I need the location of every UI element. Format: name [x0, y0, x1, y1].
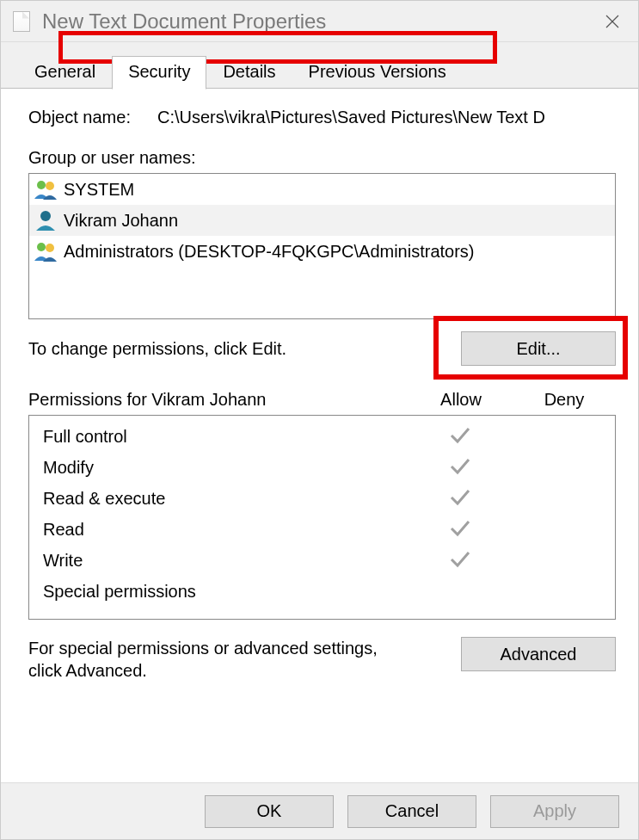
document-icon	[13, 11, 30, 32]
apply-button[interactable]: Apply	[490, 795, 619, 828]
dialog-footer: OK Cancel Apply	[1, 782, 638, 839]
svg-point-2	[37, 181, 46, 189]
user-icon	[33, 209, 58, 232]
window-title: New Text Document Properties	[42, 9, 593, 34]
svg-point-3	[46, 182, 54, 190]
tab-previous-versions[interactable]: Previous Versions	[292, 56, 463, 89]
allow-check	[409, 548, 512, 573]
permission-row: Read	[29, 514, 615, 545]
svg-point-5	[37, 243, 46, 251]
tab-details[interactable]: Details	[206, 56, 292, 89]
user-list[interactable]: SYSTEM Vikram Johann Administrators (DES…	[28, 173, 616, 319]
allow-check	[409, 455, 512, 480]
check-icon	[449, 486, 471, 507]
permissions-header: Permissions for Vikram Johann Allow Deny	[28, 390, 616, 410]
allow-column-header: Allow	[409, 390, 513, 410]
permission-name: Full control	[29, 427, 409, 447]
advanced-hint-text: For special permissions or advanced sett…	[28, 637, 398, 682]
tabpage-security: Object name: C:\Users\vikra\Pictures\Sav…	[1, 89, 638, 782]
ok-button[interactable]: OK	[205, 795, 334, 828]
user-item-system[interactable]: SYSTEM	[29, 174, 615, 205]
permission-row: Modify	[29, 452, 615, 483]
permission-name: Read & execute	[29, 489, 409, 509]
titlebar: New Text Document Properties	[1, 1, 638, 42]
deny-column-header: Deny	[513, 390, 616, 410]
edit-row: To change permissions, click Edit. Edit.…	[28, 331, 616, 366]
edit-button[interactable]: Edit...	[461, 331, 616, 366]
tabstrip: General Security Details Previous Versio…	[1, 42, 638, 89]
group-user-names-label: Group or user names:	[28, 148, 616, 168]
object-name-label: Object name:	[28, 108, 157, 127]
permission-row: Full control	[29, 421, 615, 452]
close-icon	[605, 14, 620, 29]
close-button[interactable]	[593, 8, 631, 35]
permissions-for-label: Permissions for Vikram Johann	[28, 390, 409, 410]
user-item-label: SYSTEM	[64, 180, 134, 200]
permission-name: Write	[29, 551, 409, 571]
advanced-button[interactable]: Advanced	[461, 637, 616, 671]
svg-point-6	[46, 244, 54, 252]
edit-hint-text: To change permissions, click Edit.	[28, 339, 286, 359]
permission-name: Modify	[29, 458, 409, 478]
permissions-list: Full control Modify Read & execute Read	[28, 415, 616, 620]
advanced-row: For special permissions or advanced sett…	[28, 637, 616, 682]
user-item-label: Vikram Johann	[64, 211, 178, 231]
user-item-admins[interactable]: Administrators (DESKTOP-4FQKGPC\Administ…	[29, 236, 615, 267]
check-icon	[449, 424, 471, 445]
group-icon	[33, 178, 58, 201]
permission-row: Special permissions	[29, 576, 615, 607]
permission-name: Read	[29, 520, 409, 540]
check-icon	[449, 455, 471, 476]
cancel-button[interactable]: Cancel	[347, 795, 476, 828]
tab-general[interactable]: General	[18, 56, 112, 89]
content-area: General Security Details Previous Versio…	[1, 42, 638, 782]
check-icon	[449, 517, 471, 538]
svg-point-4	[40, 211, 51, 221]
tab-security[interactable]: Security	[112, 56, 206, 90]
properties-dialog: New Text Document Properties General Sec…	[0, 0, 639, 840]
check-icon	[449, 548, 471, 569]
object-name-row: Object name: C:\Users\vikra\Pictures\Sav…	[28, 108, 616, 127]
object-name-value: C:\Users\vikra\Pictures\Saved Pictures\N…	[157, 108, 616, 127]
allow-check	[409, 486, 512, 511]
allow-check	[409, 424, 512, 449]
user-item-label: Administrators (DESKTOP-4FQKGPC\Administ…	[64, 242, 475, 262]
group-icon	[33, 240, 58, 262]
permission-row: Read & execute	[29, 483, 615, 514]
user-item-vikram[interactable]: Vikram Johann	[29, 205, 615, 236]
permission-name: Special permissions	[29, 582, 409, 602]
allow-check	[409, 517, 512, 542]
permission-row: Write	[29, 545, 615, 576]
